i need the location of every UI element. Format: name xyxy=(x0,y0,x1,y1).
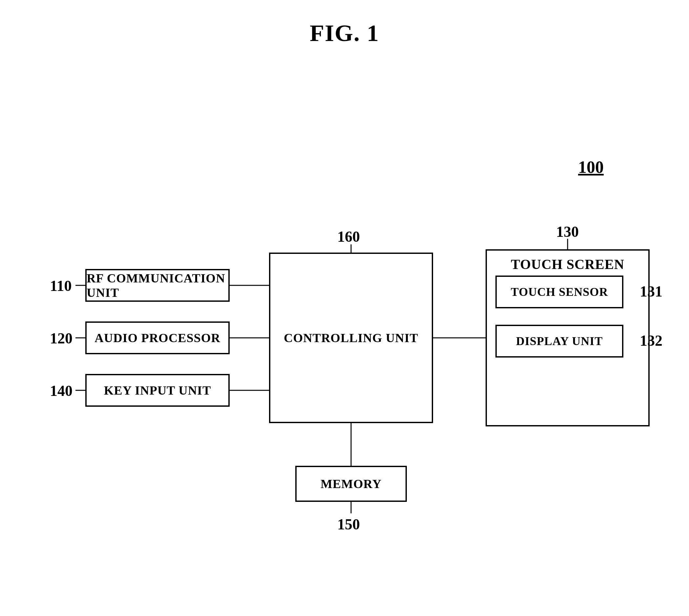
memory-box: MEMORY xyxy=(295,466,407,502)
touch-sensor-box: TOUCH SENSOR xyxy=(495,276,623,308)
key-input-unit-box: KEY INPUT UNIT xyxy=(85,374,230,407)
audio-processor-label: AUDIO PROCESSOR xyxy=(94,331,220,345)
rf-communication-unit-box: RF COMMUNICATION UNIT xyxy=(85,269,230,302)
figure-title: FIG. 1 xyxy=(310,20,379,47)
ref-100-label: 100 xyxy=(578,157,604,177)
controlling-unit-label: CONTROLLING UNIT xyxy=(284,331,418,345)
controlling-unit-box: CONTROLLING UNIT xyxy=(269,252,433,423)
ref-131: 131 xyxy=(640,283,663,300)
ref-120: 120 xyxy=(50,330,72,347)
ref-132: 132 xyxy=(640,332,663,349)
audio-processor-box: AUDIO PROCESSOR xyxy=(85,322,230,354)
ref-140: 140 xyxy=(50,382,72,399)
display-unit-box: DISPLAY UNIT xyxy=(495,325,623,357)
rf-communication-unit-label: RF COMMUNICATION UNIT xyxy=(87,271,228,300)
memory-label: MEMORY xyxy=(321,477,382,491)
ref-110: 110 xyxy=(50,277,71,294)
ref-160: 160 xyxy=(337,228,360,245)
display-unit-label: DISPLAY UNIT xyxy=(516,334,603,348)
ref-130: 130 xyxy=(556,223,579,240)
touch-screen-label: TOUCH SCREEN xyxy=(487,257,648,272)
diagram-container: FIG. 1 100 RF COMMUNICATION UNI xyxy=(0,0,689,616)
key-input-unit-label: KEY INPUT UNIT xyxy=(104,383,211,398)
touch-sensor-label: TOUCH SENSOR xyxy=(511,285,608,299)
ref-150: 150 xyxy=(337,515,360,533)
